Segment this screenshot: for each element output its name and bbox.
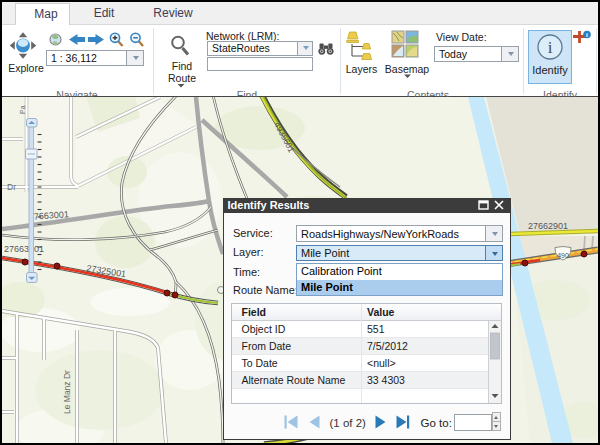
svg-text:Go to:: Go to: — [420, 417, 451, 429]
svg-text:i: i — [548, 38, 553, 57]
svg-text:27663101: 27663101 — [4, 244, 44, 254]
svg-text:Le Manz Dr: Le Manz Dr — [62, 370, 72, 414]
svg-text:490: 490 — [557, 252, 569, 259]
svg-text:(1 of 2): (1 of 2) — [329, 417, 366, 429]
svg-text:i: i — [586, 31, 588, 38]
svg-text:Dr: Dr — [7, 182, 16, 192]
svg-text:Pa: Pa — [19, 105, 26, 114]
svg-text:27662901: 27662901 — [528, 221, 568, 231]
